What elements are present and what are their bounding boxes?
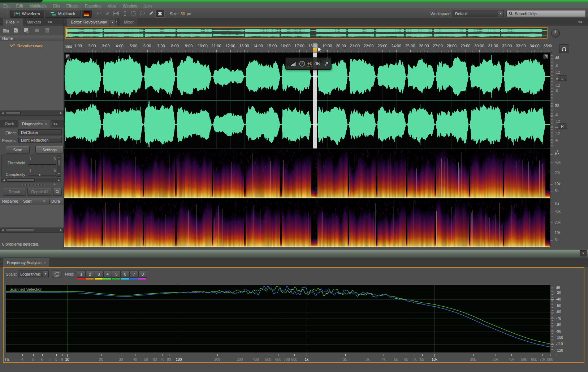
time-selection-tool-icon[interactable] bbox=[112, 10, 121, 17]
channel-right-button[interactable]: R bbox=[558, 124, 567, 129]
scroll-left-arrow[interactable]: ◀ bbox=[0, 228, 5, 232]
knob-icon[interactable] bbox=[551, 29, 560, 38]
overview-waveform[interactable] bbox=[66, 28, 547, 38]
gain-hud[interactable]: +0 dB bbox=[285, 57, 332, 70]
size-value[interactable]: 30 bbox=[181, 12, 185, 16]
overview-left-handle[interactable] bbox=[68, 29, 68, 37]
problems-horizontal-scrollbar[interactable]: ◀ ▶ bbox=[0, 228, 64, 233]
overview-left-handle[interactable] bbox=[66, 29, 67, 37]
frequency-panel-close-button[interactable]: × bbox=[580, 250, 587, 256]
hud-grip[interactable] bbox=[288, 60, 289, 67]
column-repaired[interactable]: Repaired bbox=[2, 199, 18, 203]
panel-menu-icon[interactable]: ▾≡ bbox=[578, 20, 583, 24]
scroll-left-arrow[interactable]: ◀ bbox=[0, 111, 5, 115]
selection-corner-handle[interactable] bbox=[543, 54, 548, 59]
effect-dropdown[interactable]: DeClicker bbox=[18, 129, 62, 135]
timeline-ruler[interactable]: hms 1:002:003:004:005:006:007:008:009:00… bbox=[64, 40, 552, 53]
gain-value[interactable]: +0 bbox=[307, 61, 312, 66]
column-duration[interactable]: Dura bbox=[51, 199, 60, 203]
gain-knob-icon[interactable] bbox=[299, 61, 305, 67]
hold-button-4[interactable]: 4 bbox=[103, 271, 112, 278]
open-file-icon[interactable] bbox=[3, 28, 9, 33]
workspace-dropdown[interactable]: Default ▼ bbox=[453, 10, 504, 17]
spectrogram-display-right[interactable] bbox=[64, 199, 550, 247]
move-tool-icon[interactable] bbox=[95, 10, 103, 17]
scrollbar-thumb[interactable] bbox=[57, 160, 60, 166]
ibeam-tool-icon[interactable] bbox=[121, 10, 129, 17]
magnify-problem-button[interactable] bbox=[53, 188, 62, 196]
paintbrush-tool-icon[interactable] bbox=[147, 10, 155, 17]
tab-mixer[interactable]: Mixer bbox=[120, 18, 137, 26]
complexity-slider[interactable] bbox=[29, 176, 56, 176]
close-icon[interactable]: × bbox=[115, 20, 117, 24]
scrollbar-thumb[interactable] bbox=[5, 228, 34, 232]
spectral-display-toggle[interactable] bbox=[82, 10, 92, 18]
scrollbar-thumb[interactable] bbox=[7, 178, 35, 182]
scale-dropdown[interactable]: Logarithmic ▼ bbox=[18, 271, 49, 277]
scroll-right-arrow[interactable]: ▶ bbox=[57, 178, 61, 182]
settings-button[interactable]: Settings bbox=[35, 146, 64, 153]
presets-dropdown[interactable]: Light Reduction bbox=[18, 137, 62, 143]
close-icon[interactable]: × bbox=[43, 261, 46, 265]
scroll-right-arrow[interactable]: ▶ bbox=[59, 111, 63, 115]
tab-markers[interactable]: Markers bbox=[23, 18, 45, 26]
scan-button[interactable]: Scan bbox=[6, 146, 30, 153]
spot-healing-brush-tool-icon[interactable] bbox=[155, 10, 165, 18]
scrollbar-thumb[interactable] bbox=[5, 111, 21, 115]
multitrack-view-button[interactable]: Multitrack bbox=[45, 10, 81, 18]
close-icon[interactable]: × bbox=[45, 122, 47, 126]
timeline-tick bbox=[241, 51, 241, 52]
group-divider-bar[interactable] bbox=[0, 249, 588, 258]
panel-menu-icon[interactable]: ▾≡ bbox=[53, 122, 58, 126]
scroll-right-arrow[interactable]: ▶ bbox=[59, 228, 63, 232]
hold-button-3[interactable]: 3 bbox=[95, 271, 103, 278]
spectrogram-playhead-line[interactable] bbox=[315, 149, 315, 247]
hold-button-1[interactable]: 1 bbox=[77, 271, 86, 278]
tab-editor[interactable]: Editor: Revolver.wav ▼ bbox=[67, 18, 117, 26]
close-icon[interactable]: × bbox=[17, 20, 19, 24]
copy-graph-button[interactable] bbox=[52, 271, 61, 278]
magnet-snap-button[interactable] bbox=[559, 44, 569, 53]
scroll-up-arrow[interactable]: ▲ bbox=[57, 155, 61, 160]
sort-arrow-icon[interactable]: ▼ bbox=[43, 200, 46, 203]
marquee-selection-tool-icon[interactable] bbox=[129, 10, 138, 17]
files-name-header[interactable]: Name bbox=[0, 35, 64, 41]
import-file-icon[interactable] bbox=[13, 27, 19, 33]
channel-left-button[interactable]: L bbox=[558, 75, 567, 81]
hold-button-7[interactable]: 7 bbox=[130, 271, 138, 278]
list-item[interactable]: Revolver.wav bbox=[0, 43, 64, 49]
repair-button[interactable]: Repair bbox=[3, 188, 26, 196]
files-horizontal-scrollbar[interactable]: ◀ ▶ bbox=[0, 111, 64, 116]
pin-icon[interactable] bbox=[324, 61, 329, 66]
search-help-box[interactable]: Search Help bbox=[506, 10, 586, 17]
hold-button-6[interactable]: 6 bbox=[121, 271, 130, 278]
waveform-view-button[interactable]: Waveform bbox=[10, 10, 44, 18]
complexity-slider-thumb[interactable]: ▲ bbox=[38, 173, 41, 176]
selection-corner-handle[interactable] bbox=[65, 54, 70, 59]
panel-menu-icon[interactable]: ▾≡ bbox=[48, 20, 52, 24]
tab-effects-rack[interactable]: Rack bbox=[0, 120, 18, 127]
hold-button-8[interactable]: 8 bbox=[138, 271, 147, 278]
overview-navigation-bar[interactable] bbox=[65, 27, 548, 39]
scroll-left-arrow[interactable]: ◀ bbox=[2, 178, 6, 182]
trash-icon[interactable] bbox=[45, 27, 50, 33]
tab-files[interactable]: Files × bbox=[2, 18, 23, 26]
splitter-collapse-arrow[interactable]: ▲ bbox=[53, 182, 56, 185]
threshold-slider[interactable] bbox=[29, 164, 56, 165]
insert-multitrack-icon[interactable] bbox=[34, 27, 40, 33]
hold-button-2[interactable]: 2 bbox=[86, 271, 94, 278]
tab-diagnostics[interactable]: Diagnostics × bbox=[18, 120, 51, 127]
panel-splitter-handle[interactable] bbox=[19, 184, 44, 185]
scroll-down-arrow[interactable]: ▼ bbox=[57, 172, 61, 176]
lasso-selection-tool-icon[interactable] bbox=[138, 10, 147, 17]
editor-dropdown-icon[interactable]: ▼ bbox=[109, 19, 116, 25]
params-horizontal-scrollbar[interactable]: ◀ ▶ bbox=[1, 178, 61, 182]
hold-button-5[interactable]: 5 bbox=[112, 271, 121, 278]
new-file-icon[interactable] bbox=[23, 27, 29, 33]
repair-all-button[interactable]: Repair All bbox=[27, 188, 52, 196]
slip-tool-icon[interactable] bbox=[103, 10, 112, 17]
params-vertical-scrollbar[interactable]: ▲ ▼ bbox=[57, 155, 61, 177]
column-start[interactable]: Start bbox=[23, 199, 31, 203]
tab-frequency-analysis[interactable]: Frequency Analysis × bbox=[3, 258, 50, 267]
spectrogram-display-left[interactable] bbox=[64, 149, 550, 198]
